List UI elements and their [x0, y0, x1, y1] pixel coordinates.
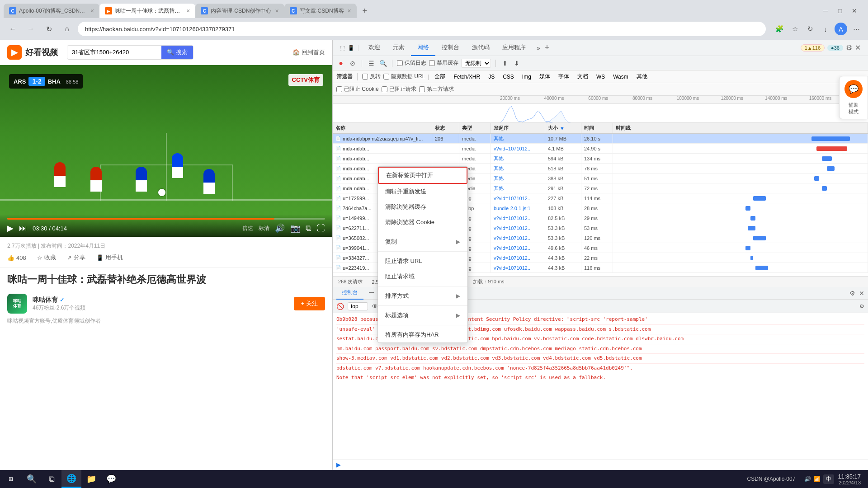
- start-button[interactable]: ⊞: [0, 470, 22, 488]
- preserve-log-checkbox[interactable]: 保留日志: [397, 59, 426, 67]
- extensions-icon[interactable]: 🧩: [773, 23, 786, 35]
- context-menu-item[interactable]: 编辑并重新发送: [378, 184, 467, 199]
- record-button[interactable]: ●: [336, 59, 345, 68]
- filter-type-other[interactable]: 其他: [634, 72, 650, 81]
- tab-close-3[interactable]: ×: [275, 7, 278, 14]
- filter-type-js[interactable]: JS: [486, 73, 497, 81]
- assistant-icon[interactable]: 💬: [844, 80, 863, 98]
- browser-tab-4[interactable]: C 写文章-CSDN博客 ×: [284, 4, 357, 18]
- devtools-tab-more[interactable]: »: [534, 44, 543, 52]
- bottom-close-icon[interactable]: ✕: [859, 290, 864, 297]
- refresh-button[interactable]: ↻: [42, 22, 56, 36]
- taskbar-taskview-button[interactable]: ⧉: [42, 470, 61, 488]
- browser-tab-3[interactable]: C 内容管理-CSDN创作中心 ×: [195, 4, 284, 18]
- third-party-checkbox[interactable]: 第三方请求: [419, 85, 454, 93]
- filter-type-font[interactable]: 字体: [556, 72, 572, 81]
- video-player[interactable]: 8 ARS 1-2 BHA 88:58 CCTV体育 ▶: [0, 65, 332, 237]
- col-name[interactable]: 名称: [333, 123, 432, 133]
- back-button[interactable]: ←: [5, 22, 20, 36]
- volume-button[interactable]: 🔊: [275, 223, 285, 233]
- favorites-icon[interactable]: ☆: [788, 23, 801, 35]
- bottom-tab-console[interactable]: 控制台: [336, 287, 363, 300]
- network-row[interactable]: 📄mda-ndab... media v?vid=1071012... 4.1 …: [333, 144, 868, 154]
- console-level-select[interactable]: top: [348, 302, 368, 310]
- network-row[interactable]: 📄mda-ndabpxms2zuasqej.mp4?v_fr... 206 me…: [333, 134, 868, 144]
- col-size[interactable]: 大小 ▼: [545, 123, 581, 133]
- maximize-button[interactable]: □: [834, 5, 846, 17]
- col-time[interactable]: 时间: [581, 123, 613, 133]
- context-menu-item[interactable]: 排序方式▶: [378, 288, 467, 304]
- export-har-button[interactable]: ⬇: [512, 59, 521, 68]
- taskbar-volume-icon[interactable]: 🔊: [804, 476, 811, 482]
- haokan-search-input[interactable]: [67, 46, 161, 58]
- devtools-tab-application[interactable]: 应用程序: [496, 40, 532, 56]
- pip-button[interactable]: ⧉: [306, 224, 311, 233]
- context-menu-item[interactable]: 复制▶: [378, 234, 467, 249]
- tab-close-1[interactable]: ×: [90, 7, 94, 14]
- console-input[interactable]: [344, 462, 864, 468]
- blocked-request-checkbox[interactable]: 已阻止请求: [382, 85, 416, 93]
- col-type[interactable]: 类型: [459, 123, 491, 133]
- haokan-search-button[interactable]: 🔍 搜索: [161, 46, 193, 59]
- close-window-button[interactable]: ✕: [848, 5, 861, 17]
- browser-tab-1[interactable]: C Apollo-007的博客_CSDN博客-架 ×: [4, 4, 99, 18]
- home-button[interactable]: ⌂: [60, 22, 74, 36]
- col-initiator[interactable]: 发起序: [491, 123, 545, 133]
- taskbar-wechat-button[interactable]: 💬: [101, 470, 121, 488]
- context-menu-item[interactable]: 阻止请求 URL: [378, 253, 467, 269]
- next-button[interactable]: ⏭: [19, 224, 27, 233]
- devtools-tab-sources[interactable]: 源代码: [466, 40, 496, 56]
- devtools-inspect-icon[interactable]: ⬚: [340, 45, 345, 51]
- collect-button[interactable]: ☆ 收藏: [37, 253, 56, 262]
- disable-cache-checkbox[interactable]: 禁用缓存: [429, 59, 458, 67]
- console-filter-icon[interactable]: 👁: [372, 303, 378, 310]
- minimize-button[interactable]: ─: [819, 5, 832, 17]
- screenshot-button[interactable]: 📷: [290, 223, 300, 233]
- context-menu-item[interactable]: 阻止请求域: [378, 269, 467, 284]
- search-button[interactable]: 🔍: [378, 59, 387, 68]
- like-button[interactable]: 👍 408: [7, 253, 26, 262]
- progress-bar[interactable]: [7, 218, 325, 220]
- taskbar-explorer-button[interactable]: 📁: [81, 470, 101, 488]
- mobile-button[interactable]: 📱 用手机: [96, 253, 123, 262]
- devtools-tab-welcome[interactable]: 欢迎: [362, 40, 387, 56]
- more-options-icon[interactable]: ⋯: [850, 23, 863, 35]
- filter-type-css[interactable]: CSS: [500, 73, 517, 81]
- taskbar-network-icon[interactable]: 📶: [814, 476, 821, 482]
- devtools-device-icon[interactable]: 📱: [348, 45, 354, 51]
- col-waterfall[interactable]: 时间线: [613, 123, 868, 133]
- filter-type-media[interactable]: 媒体: [537, 72, 553, 81]
- filter-type-all[interactable]: 全部: [432, 72, 448, 81]
- taskbar-browser-button[interactable]: 🌐: [61, 470, 81, 488]
- devtools-tab-network[interactable]: 网络: [411, 40, 435, 56]
- devtools-tab-elements[interactable]: 元素: [387, 40, 411, 56]
- devtools-tab-console[interactable]: 控制台: [435, 40, 466, 56]
- filter-type-wasm[interactable]: Wasm: [610, 73, 631, 81]
- filter-type-fetch[interactable]: Fetch/XHR: [451, 73, 483, 81]
- context-menu-item[interactable]: 将所有内容存为HAR: [378, 327, 467, 343]
- hide-data-urls-checkbox[interactable]: 隐藏数据 URL: [383, 73, 425, 80]
- browser-tab-2[interactable]: ▶ 咪咕一周十佳球：武磊替补绝杀... ×: [99, 4, 195, 18]
- quality-label[interactable]: 标清: [259, 225, 269, 232]
- bottom-settings-icon[interactable]: ⚙: [849, 290, 855, 297]
- devtools-settings-icon[interactable]: ⚙: [846, 43, 852, 52]
- forward-button[interactable]: →: [24, 22, 38, 36]
- share-button[interactable]: ↗ 分享: [67, 253, 85, 262]
- taskbar-clock[interactable]: 11:35:17 2022/4/13: [838, 473, 861, 485]
- follow-button[interactable]: + 关注: [294, 297, 325, 310]
- context-menu-item[interactable]: 在新标签页中打开: [378, 167, 467, 184]
- console-clear-icon[interactable]: 🚫: [336, 303, 344, 310]
- tab-close-2[interactable]: ×: [186, 7, 190, 14]
- refresh-addr-icon[interactable]: ↻: [804, 23, 816, 35]
- taskbar-lang-icon[interactable]: 中: [823, 474, 834, 484]
- devtools-tab-add[interactable]: +: [545, 43, 550, 52]
- fullscreen-button[interactable]: ⛶: [317, 224, 325, 233]
- speed-label[interactable]: 倍速: [242, 225, 253, 232]
- new-tab-button[interactable]: +: [359, 5, 371, 17]
- taskbar-search-button[interactable]: 🔍: [22, 470, 42, 488]
- nav-home-link[interactable]: 🏠 回到首页: [292, 48, 325, 56]
- filter-type-img[interactable]: Img: [519, 73, 534, 81]
- network-row[interactable]: 📄mda-ndab... media 其他 594 kB 134 ms: [333, 154, 868, 164]
- filter-type-ws[interactable]: WS: [594, 73, 608, 81]
- stop-button[interactable]: ⊘: [348, 59, 357, 68]
